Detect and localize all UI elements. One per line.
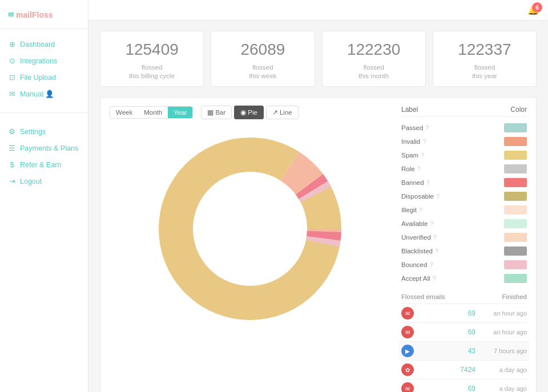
period-week-button[interactable]: Week [110,107,138,118]
legend-label-available: Available ? [401,220,434,227]
stat-number-billing: 125409 [108,41,195,59]
help-icon-bounced[interactable]: ? [429,261,433,268]
legend-item-role: Role ? [401,162,527,176]
manual-icon: ✉ [8,90,16,98]
help-icon-role[interactable]: ? [417,165,421,172]
legend-label-passed: Passed ? [401,124,429,131]
floss-time-2: 7 hours ago [487,347,527,354]
sidebar-item-dashboard[interactable]: ⊕ Dashboard [0,36,88,52]
floss-count-0: 69 [418,309,487,317]
floss-row-4[interactable]: ✉ 69 a day ago [401,379,527,392]
help-icon-spam[interactable]: ? [421,152,424,159]
pie-icon: ◉ [240,108,246,116]
sidebar-item-file-upload[interactable]: ⊡ File Upload [0,69,88,86]
sidebar-item-payments[interactable]: ☰ Payments & Plans [0,140,88,156]
floss-row-3[interactable]: ✿ 7424 a day ago [401,360,527,379]
stat-card-month: 122230 flossed this month [322,31,426,87]
period-btn-group: Week Month Year [110,106,193,119]
line-label: Line [280,109,292,116]
nav-divider [0,112,88,113]
sidebar-item-integrations[interactable]: ⊙ Integrations [0,52,88,69]
sidebar-label-refer: Refer & Earn [20,161,61,169]
donut-chart [153,132,347,326]
help-icon-disposable[interactable]: ? [436,193,440,200]
help-icon-passed[interactable]: ? [425,124,429,131]
legend-color-disposable [504,192,527,201]
sidebar-label-dashboard: Dashboard [20,41,55,49]
help-icon-invalid[interactable]: ? [422,138,426,145]
stat-number-month: 122230 [331,41,417,59]
stat-sublabel-billing: this billing cycle [108,72,195,79]
chart-controls: Week Month Year ▦ Bar ◉ Pie [110,106,390,119]
legend-item-disposable: Disposable ? [401,189,527,203]
chart-left: Week Month Year ▦ Bar ◉ Pie [110,106,390,392]
legend-header-color: Color [510,106,527,114]
logout-icon: ⇥ [8,177,16,185]
sidebar-item-logout[interactable]: ⇥ Logout [0,173,88,189]
chart-type-buttons: ▦ Bar ◉ Pie ↗ Line [201,106,298,119]
floss-header-finished: Finished [502,293,527,300]
chart-line-button[interactable]: ↗ Line [266,106,299,119]
help-icon-illegit[interactable]: ? [419,207,422,213]
stat-number-year: 122337 [441,41,528,59]
stat-card-year: 122337 flossed this year [433,31,537,87]
legend-item-invalid: Invalid ? [401,135,527,148]
sidebar-label-file-upload: File Upload [20,74,56,82]
floss-table-header: Flossed emails Finished [401,293,527,300]
notification-bell[interactable]: 🔔 6 [527,5,539,15]
chart-pie-button[interactable]: ◉ Pie [234,106,264,119]
legend-item-banned: Banned ? [401,176,527,189]
floss-time-4: a day ago [487,385,527,392]
sidebar-item-refer[interactable]: $ Refer & Earn [0,156,88,173]
chart-right: Label Color Passed ? Invalid ? Spam ? [401,106,527,392]
stats-row: 125409 flossed this billing cycle 26089 … [100,31,537,87]
legend-label-invalid: Invalid ? [401,138,426,145]
floss-icon-4: ✉ [401,382,414,392]
topbar: 🔔 6 [88,0,548,21]
legend-header-label: Label [401,106,418,114]
floss-row-0[interactable]: ✉ 69 an hour ago [401,304,527,322]
sidebar-item-manual[interactable]: ✉ Manual 👤 [0,86,88,102]
help-icon-blacklisted[interactable]: ? [435,248,438,254]
legend-item-spam: Spam ? [401,148,527,162]
line-icon: ↗ [272,108,278,116]
help-icon-banned[interactable]: ? [426,179,430,186]
legend-label-unverified: Unverified ? [401,234,437,241]
floss-table: Flossed emails Finished ✉ 69 an hour ago… [401,293,527,392]
sidebar: ✉ mailFloss ⊕ Dashboard ⊙ Integrations ⊡… [0,0,88,392]
floss-icon-3: ✿ [401,363,414,376]
settings-icon: ⚙ [8,127,16,136]
floss-icon-1: ✉ [401,326,414,338]
stat-label-month: flossed [331,62,417,72]
floss-row-2[interactable]: ▶ 43 7 hours ago [399,341,529,360]
period-year-button[interactable]: Year [168,107,192,118]
floss-icon-0: ✉ [401,307,414,320]
help-icon-accept-all[interactable]: ? [433,275,436,282]
floss-row-1[interactable]: ✉ 69 an hour ago [401,322,527,341]
legend-color-spam [504,151,527,160]
period-month-button[interactable]: Month [138,107,168,118]
legend-header: Label Color [401,106,527,116]
donut-chart-wrapper [110,126,390,332]
main-area: 🔔 6 125409 flossed this billing cycle 26… [88,0,548,392]
stat-number-week: 26089 [219,41,306,59]
stat-label-year: flossed [441,62,528,72]
legend-label-role: Role ? [401,165,421,172]
floss-count-4: 69 [418,385,487,392]
content-area: 125409 flossed this billing cycle 26089 … [88,21,548,392]
stat-sublabel-year: this year [441,72,528,79]
nav-primary: ⊕ Dashboard ⊙ Integrations ⊡ File Upload… [0,29,88,109]
legend-color-available [504,219,527,228]
legend-item-accept-all: Accept All ? [401,272,527,285]
help-icon-available[interactable]: ? [430,220,433,227]
sidebar-item-settings[interactable]: ⚙ Settings [0,123,88,140]
chart-bar-button[interactable]: ▦ Bar [201,106,232,119]
dashboard-icon: ⊕ [8,40,16,49]
bar-icon: ▦ [207,108,213,116]
stat-sublabel-week: this week [219,72,306,79]
help-icon-unverified[interactable]: ? [433,234,437,241]
legend-color-unverified [504,233,527,242]
sidebar-label-integrations: Integrations [20,57,57,65]
sidebar-label-manual: Manual 👤 [20,90,54,98]
logo-label: mailFloss [16,10,53,19]
